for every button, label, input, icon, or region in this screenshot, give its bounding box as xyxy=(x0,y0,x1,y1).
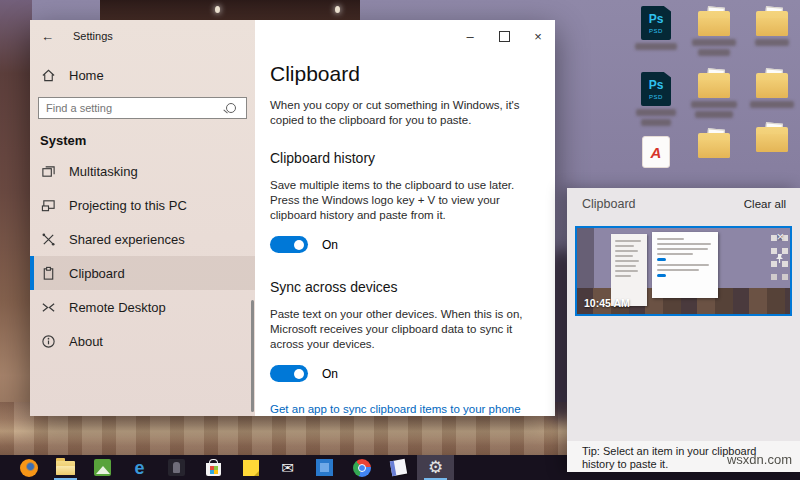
back-icon[interactable]: ← xyxy=(41,29,54,44)
sidebar-section-header: System xyxy=(40,133,86,148)
wallpaper-light xyxy=(335,6,340,13)
taskbar-firefox[interactable] xyxy=(10,455,47,480)
blurred-label xyxy=(750,101,794,108)
watermark: wsxdn.com xyxy=(727,452,792,467)
toggle-state-label: On xyxy=(322,367,338,381)
toggle-switch[interactable] xyxy=(270,365,308,382)
blurred-label xyxy=(691,101,737,108)
desktop-icon-psd-file[interactable]: Ps PSD xyxy=(630,6,682,50)
flyout-title: Clipboard xyxy=(582,197,636,211)
chrome-icon xyxy=(353,459,371,477)
thumbnail-mini-window xyxy=(652,232,718,297)
maximize-icon xyxy=(499,31,510,42)
desktop-icon-folder[interactable] xyxy=(746,6,798,46)
taskbar-file-explorer[interactable] xyxy=(47,455,84,480)
desktop-icon-folder[interactable] xyxy=(688,6,740,56)
window-controls: – × xyxy=(453,20,555,52)
taskbar-media-app[interactable] xyxy=(158,455,195,480)
projecting-icon xyxy=(40,197,56,213)
sidebar-item-shared-experiences[interactable]: Shared experiences xyxy=(30,222,255,256)
taskbar-settings[interactable]: ⚙ xyxy=(417,455,454,480)
desktop-icon-pdf-file[interactable]: A xyxy=(630,136,682,168)
file-explorer-icon xyxy=(56,461,75,475)
sync-toggle-row: On xyxy=(270,365,543,382)
media-app-icon xyxy=(168,459,185,476)
get-app-link[interactable]: Get an app to sync clipboard items to yo… xyxy=(270,403,543,415)
remote-desktop-icon xyxy=(40,299,56,315)
settings-sidebar: ← Settings Home System Multitaskin xyxy=(30,20,255,416)
folder-icon xyxy=(698,133,730,158)
section-heading-sync-across-devices: Sync across devices xyxy=(270,279,543,295)
search-icon[interactable] xyxy=(226,103,236,113)
selected-accent-bar xyxy=(30,256,34,290)
sidebar-titlebar: ← Settings xyxy=(30,20,113,52)
wallpaper-light xyxy=(215,6,220,13)
page-title: Clipboard xyxy=(270,62,543,86)
window-title: Settings xyxy=(73,30,113,42)
page-intro: When you copy or cut something in Window… xyxy=(270,98,543,128)
firefox-icon xyxy=(20,459,38,477)
shared-experiences-icon xyxy=(40,231,56,247)
desktop-icon-folder[interactable] xyxy=(688,68,740,118)
toggle-state-label: On xyxy=(322,238,338,252)
pin-icon[interactable] xyxy=(774,250,785,261)
blurred-label xyxy=(635,43,677,50)
search-input[interactable] xyxy=(39,102,226,114)
clear-all-button[interactable]: Clear all xyxy=(744,198,786,210)
taskbar-mail[interactable]: ✉ xyxy=(269,455,306,480)
flyout-header: Clipboard Clear all xyxy=(567,188,800,211)
edge-icon: e xyxy=(134,459,144,477)
taskbar-sticky-notes[interactable] xyxy=(232,455,269,480)
minimize-button[interactable]: – xyxy=(453,20,487,52)
sidebar-item-home[interactable]: Home xyxy=(30,62,255,88)
timestamp: 10:45 AM xyxy=(584,297,630,309)
thumbnail-mini-menu xyxy=(611,234,647,306)
photos-icon xyxy=(316,459,333,476)
blurred-label xyxy=(636,109,676,116)
search-box xyxy=(38,97,247,119)
taskbar-microsoft-store[interactable] xyxy=(195,455,232,480)
taskbar-photo-viewer[interactable] xyxy=(84,455,121,480)
folder-icon xyxy=(756,11,788,36)
photoshop-file-icon: Ps PSD xyxy=(641,6,671,40)
folder-icon xyxy=(698,73,730,98)
maximize-button[interactable] xyxy=(487,20,521,52)
sidebar-item-about[interactable]: About xyxy=(30,324,255,358)
settings-icon: ⚙ xyxy=(428,459,443,476)
desktop-icon-folder[interactable] xyxy=(688,128,740,158)
desktop-icon-psd-file[interactable]: Ps PSD xyxy=(630,72,682,126)
screen: Ps PSD Ps PSD A xyxy=(0,0,800,480)
taskbar-onenote[interactable] xyxy=(380,455,417,480)
clipboard-icon xyxy=(40,265,56,281)
clipboard-history-toggle-row: On xyxy=(270,236,543,253)
sidebar-item-clipboard[interactable]: Clipboard xyxy=(30,256,255,290)
home-icon xyxy=(40,67,56,83)
microsoft-store-icon xyxy=(206,463,221,476)
blurred-label xyxy=(692,39,736,46)
wallpaper-left-column xyxy=(0,0,32,458)
onenote-icon xyxy=(390,459,407,476)
clipboard-history-item[interactable]: 10:45 AM × xyxy=(575,226,792,316)
photoshop-file-icon: Ps PSD xyxy=(641,72,671,106)
taskbar-edge[interactable]: e xyxy=(121,455,158,480)
section-body: Paste text on your other devices. When t… xyxy=(270,307,543,352)
close-button[interactable]: × xyxy=(521,20,555,52)
taskbar-photos[interactable] xyxy=(306,455,343,480)
sticky-notes-icon xyxy=(243,460,259,476)
sidebar-item-multitasking[interactable]: Multitasking xyxy=(30,154,255,188)
sidebar-item-projecting-to-this-pc[interactable]: Projecting to this PC xyxy=(30,188,255,222)
close-icon[interactable]: × xyxy=(776,229,784,244)
sidebar-item-remote-desktop[interactable]: Remote Desktop xyxy=(30,290,255,324)
about-icon xyxy=(40,333,56,349)
settings-window: ← Settings Home System Multitaskin xyxy=(30,20,555,416)
folder-icon xyxy=(756,127,788,152)
toggle-knob xyxy=(294,369,304,379)
taskbar-chrome[interactable] xyxy=(343,455,380,480)
sidebar-list: Multitasking Projecting to this PC Share… xyxy=(30,154,255,358)
sidebar-scrollbar[interactable] xyxy=(251,300,254,412)
blurred-label xyxy=(755,39,789,46)
photo-viewer-icon xyxy=(94,459,111,476)
desktop-icon-folder[interactable] xyxy=(746,122,798,152)
toggle-switch[interactable] xyxy=(270,236,308,253)
desktop-icon-folder[interactable] xyxy=(746,68,798,108)
